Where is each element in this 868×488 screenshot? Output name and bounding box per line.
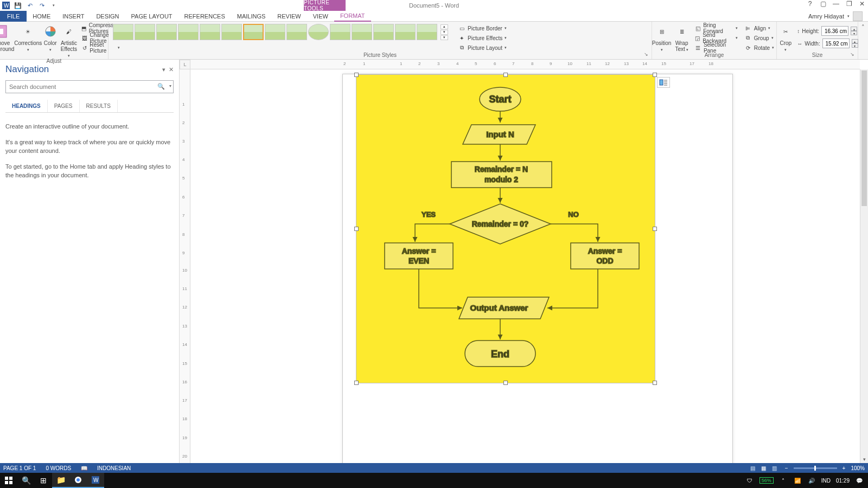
ribbon-display-icon[interactable]: ▢ bbox=[819, 0, 827, 8]
action-center-icon[interactable]: 💬 bbox=[855, 476, 864, 485]
document-page[interactable]: Start Input N Remainder = N modulo 2 bbox=[342, 74, 733, 463]
tab-insert[interactable]: INSERT bbox=[56, 11, 90, 22]
tray-clock[interactable]: 01:29 bbox=[836, 478, 850, 484]
zoom-in-icon[interactable]: + bbox=[843, 465, 846, 471]
remove-background-button[interactable]: Remove Background bbox=[0, 24, 14, 52]
flowchart-picture[interactable]: Start Input N Remainder = N modulo 2 bbox=[356, 74, 655, 383]
width-input[interactable] bbox=[822, 38, 850, 48]
resize-handle-s[interactable] bbox=[503, 381, 508, 385]
avatar[interactable] bbox=[853, 11, 863, 21]
bring-forward-button[interactable]: ◱Bring Forward ▾ bbox=[692, 24, 740, 33]
picture-border-button[interactable]: ▭Picture Border ▾ bbox=[456, 24, 509, 33]
ruler-tab-selector[interactable]: L bbox=[180, 60, 190, 69]
align-button[interactable]: ⊫Align ▾ bbox=[742, 24, 776, 33]
resize-handle-w[interactable] bbox=[354, 227, 359, 231]
file-explorer-icon[interactable]: 📁 bbox=[52, 473, 69, 488]
search-options-icon[interactable]: ▾ bbox=[169, 84, 171, 88]
zoom-level[interactable]: 100% bbox=[851, 465, 865, 471]
style-item[interactable] bbox=[330, 24, 350, 40]
battery-indicator[interactable]: 56% bbox=[760, 477, 774, 484]
picture-effects-button[interactable]: ✦Picture Effects ▾ bbox=[456, 34, 509, 42]
style-item[interactable] bbox=[221, 24, 242, 40]
tray-volume-icon[interactable]: 🔊 bbox=[807, 476, 816, 485]
help-icon[interactable]: ? bbox=[806, 0, 814, 8]
word-taskbar-icon[interactable]: W bbox=[87, 473, 104, 488]
send-backward-button[interactable]: ◲Send Backward ▾ bbox=[692, 34, 740, 42]
task-view-icon[interactable]: ⊞ bbox=[35, 473, 52, 488]
tab-design[interactable]: DESIGN bbox=[90, 11, 125, 22]
style-item[interactable] bbox=[373, 24, 394, 40]
style-item[interactable] bbox=[156, 24, 177, 40]
style-item-selected[interactable] bbox=[243, 24, 264, 40]
style-item[interactable] bbox=[352, 24, 372, 40]
tray-ime[interactable]: IND bbox=[821, 478, 831, 484]
user-caret-icon[interactable]: ▾ bbox=[847, 14, 850, 18]
gallery-up-icon[interactable]: ▴ bbox=[441, 24, 448, 29]
style-item-oval[interactable] bbox=[308, 24, 329, 40]
resize-handle-nw[interactable] bbox=[354, 73, 359, 77]
style-item[interactable] bbox=[135, 24, 155, 40]
undo-icon[interactable]: ↶ bbox=[26, 2, 34, 9]
nav-tab-pages[interactable]: PAGES bbox=[48, 100, 80, 112]
chrome-icon[interactable] bbox=[69, 473, 87, 488]
search-icon[interactable]: 🔍 bbox=[157, 83, 165, 90]
tab-references[interactable]: REFERENCES bbox=[178, 11, 231, 22]
rotate-button[interactable]: ⟳Rotate ▾ bbox=[742, 43, 776, 52]
vertical-scrollbar[interactable]: ▴ ▾ bbox=[860, 69, 868, 463]
resize-handle-e[interactable] bbox=[653, 227, 657, 231]
gallery-more-icon[interactable]: ▾ bbox=[441, 35, 448, 40]
height-down-icon[interactable]: ▾ bbox=[851, 31, 857, 35]
close-icon[interactable]: ✕ bbox=[858, 0, 866, 8]
tab-format[interactable]: FORMAT bbox=[334, 11, 371, 22]
resize-handle-n[interactable] bbox=[503, 73, 508, 77]
tray-wifi-icon[interactable]: 📶 bbox=[793, 476, 802, 485]
status-page[interactable]: PAGE 1 OF 1 bbox=[3, 465, 36, 471]
tab-review[interactable]: REVIEW bbox=[271, 11, 307, 22]
start-button[interactable] bbox=[0, 473, 17, 488]
status-words[interactable]: 0 WORDS bbox=[46, 465, 71, 471]
nav-pane-options-icon[interactable]: ▾ bbox=[162, 66, 165, 73]
tab-file[interactable]: FILE bbox=[0, 11, 27, 22]
tab-view[interactable]: VIEW bbox=[307, 11, 334, 22]
gallery-down-icon[interactable]: ▾ bbox=[441, 30, 448, 35]
zoom-slider[interactable] bbox=[794, 467, 837, 469]
user-name[interactable]: Amry Hidayat bbox=[808, 13, 844, 20]
style-item[interactable] bbox=[113, 24, 133, 40]
height-input[interactable] bbox=[821, 26, 848, 36]
minimize-icon[interactable]: — bbox=[832, 0, 840, 8]
scroll-thumb[interactable] bbox=[861, 70, 867, 206]
artistic-effects-button[interactable]: 🖌 Artistic Effects ▾ bbox=[61, 24, 77, 58]
view-read-mode-icon[interactable]: ▤ bbox=[748, 464, 758, 472]
tray-security-icon[interactable]: 🛡 bbox=[745, 476, 754, 485]
collapse-ribbon-icon[interactable]: ˄ bbox=[861, 24, 865, 31]
style-item[interactable] bbox=[178, 24, 199, 40]
view-web-layout-icon[interactable]: ▥ bbox=[770, 464, 780, 472]
status-language[interactable]: INDONESIAN bbox=[97, 465, 131, 471]
nav-pane-close-icon[interactable]: ✕ bbox=[169, 66, 174, 73]
resize-handle-ne[interactable] bbox=[653, 73, 657, 77]
size-launcher-icon[interactable]: ↘ bbox=[850, 52, 857, 58]
zoom-out-icon[interactable]: − bbox=[785, 465, 788, 471]
search-input[interactable] bbox=[5, 80, 174, 93]
picture-layout-button[interactable]: ⧉Picture Layout ▾ bbox=[456, 43, 509, 52]
style-item[interactable] bbox=[417, 24, 437, 40]
resize-handle-se[interactable] bbox=[653, 381, 657, 385]
corrections-button[interactable]: ☀ Corrections▾ bbox=[16, 24, 40, 52]
selection-pane-button[interactable]: ☰Selection Pane bbox=[692, 43, 740, 52]
qat-customize-icon[interactable]: ▾ bbox=[50, 2, 58, 9]
status-proofing-icon[interactable]: 📖 bbox=[81, 465, 87, 471]
tab-mailings[interactable]: MAILINGS bbox=[231, 11, 272, 22]
nav-tab-headings[interactable]: HEADINGS bbox=[5, 100, 48, 112]
height-up-icon[interactable]: ▴ bbox=[851, 27, 857, 31]
tab-home[interactable]: HOME bbox=[27, 11, 56, 22]
color-button[interactable]: Color▾ bbox=[42, 24, 59, 52]
view-print-layout-icon[interactable]: ▦ bbox=[759, 464, 769, 472]
word-icon[interactable]: W bbox=[2, 2, 10, 9]
style-item[interactable] bbox=[200, 24, 220, 40]
scroll-down-icon[interactable]: ▾ bbox=[860, 455, 868, 463]
style-item[interactable] bbox=[265, 24, 285, 40]
picture-styles-launcher-icon[interactable]: ↘ bbox=[644, 52, 650, 58]
restore-icon[interactable]: ❐ bbox=[845, 0, 853, 8]
layout-options-button[interactable] bbox=[657, 77, 670, 88]
resize-handle-sw[interactable] bbox=[354, 381, 359, 385]
